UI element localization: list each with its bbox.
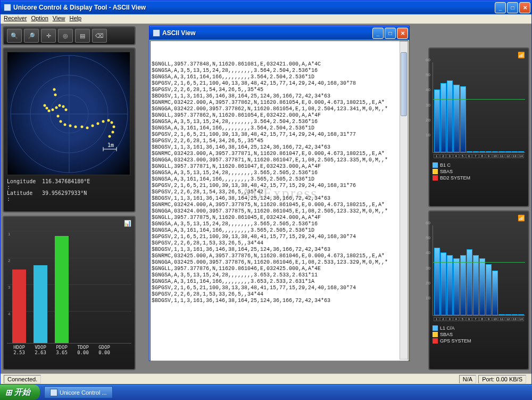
dop-bar <box>55 236 69 343</box>
svg-point-17 <box>74 126 77 128</box>
close-button[interactable]: ✕ <box>519 2 530 13</box>
svg-point-6 <box>46 107 48 110</box>
ascii-minimize-button[interactable]: _ <box>372 28 384 39</box>
signal-bar <box>512 151 518 152</box>
taskbar: ⊞ 开始 Unicore Control ... <box>0 385 532 400</box>
minimize-button[interactable]: _ <box>495 2 506 13</box>
svg-point-24 <box>111 121 113 124</box>
prn-label: 4 <box>453 317 459 321</box>
dop-label: TDOP0.00 <box>76 345 90 355</box>
svg-point-8 <box>52 109 54 111</box>
zoom-out-icon[interactable]: 🔎 <box>24 29 39 43</box>
svg-point-26 <box>112 131 114 134</box>
status-connected: Connected. <box>4 375 41 383</box>
svg-point-5 <box>44 104 46 107</box>
dop-label: VDOP2.63 <box>34 345 47 355</box>
signal-chart-bd2: 102030405060 <box>433 62 525 153</box>
prn-label: 9 <box>486 317 492 321</box>
ascii-titlebar[interactable]: ASCII View _ □ ✕ <box>149 26 409 40</box>
scrollbar-thumb[interactable] <box>401 52 407 116</box>
prn-label: 6 <box>466 154 472 158</box>
prn-label: 12 <box>505 154 511 158</box>
svg-point-13 <box>57 115 60 118</box>
legend-item: B1 C <box>433 162 525 168</box>
ascii-maximize-button[interactable]: □ <box>385 28 396 39</box>
ascii-close-button[interactable]: ✕ <box>397 28 408 39</box>
scale-label: 1m <box>107 142 114 148</box>
signal-bar <box>467 249 472 315</box>
svg-point-28 <box>54 94 57 96</box>
status-port: Port: 0.00 KB/S <box>478 375 526 383</box>
dop-label: HDOP2.53 <box>12 345 26 355</box>
prn-label: 8 <box>479 317 485 321</box>
legend-item: GPS SYSTEM <box>433 338 525 344</box>
svg-point-18 <box>81 126 84 128</box>
list-icon[interactable]: ▤ <box>75 29 90 43</box>
svg-point-29 <box>53 88 56 91</box>
svg-point-15 <box>64 124 66 126</box>
signal-bar <box>447 255 453 315</box>
signal-bar <box>498 151 504 152</box>
zoom-in-icon[interactable]: 🔍 <box>7 29 22 43</box>
signal-panel-gps: 📶 102030405060 1234567891011121314 L1 C/… <box>428 210 529 370</box>
signal-bar <box>460 86 466 152</box>
prn-label: 14 <box>518 154 524 158</box>
svg-point-25 <box>113 126 115 128</box>
chart-icon: 📶 <box>518 215 525 222</box>
signal-bar <box>434 248 440 315</box>
signal-bar <box>512 314 518 315</box>
prn-label: 8 <box>479 154 485 158</box>
signal-chart-gps: 102030405060 <box>433 225 525 316</box>
signal-bar <box>467 151 472 152</box>
prn-label: 7 <box>472 317 478 321</box>
menu-view[interactable]: View <box>53 15 65 23</box>
signal-bar <box>492 151 498 152</box>
start-button[interactable]: ⊞ 开始 <box>0 385 40 400</box>
statusbar: Connected. N/A Port: 0.00 KB/S <box>1 373 531 384</box>
signal-bar <box>453 258 459 315</box>
dop-chart: 4321 <box>7 232 131 344</box>
dop-label: PDOP3.65 <box>55 345 69 355</box>
prn-label: 1 <box>434 317 439 321</box>
prn-label: 5 <box>460 154 466 158</box>
signal-bar <box>492 271 498 316</box>
target-icon[interactable]: ◎ <box>58 29 73 43</box>
skyplot-panel: 1m Longitude :116.347684180°E Latitude :… <box>3 47 136 213</box>
signal-bar <box>440 83 446 152</box>
prn-label: 10 <box>492 317 498 321</box>
main-titlebar[interactable]: Unicore Control & Display Tool - ASCII V… <box>1 1 531 14</box>
signal-bar <box>479 151 485 152</box>
prn-label: 2 <box>440 154 446 158</box>
longitude-value: 116.347684180°E <box>42 178 90 190</box>
ascii-text-area[interactable]: AliExpress $GNGLL,3957.377848,N,11620.86… <box>150 40 409 361</box>
menu-help[interactable]: Help <box>69 15 81 23</box>
svg-point-23 <box>107 119 110 122</box>
taskbar-app-button[interactable]: Unicore Control ... <box>44 386 113 398</box>
signal-bar <box>447 80 453 152</box>
prn-label: 4 <box>453 154 459 158</box>
latitude-label: Latitude : <box>7 190 39 202</box>
scrollbar[interactable] <box>400 41 408 360</box>
prn-label: 5 <box>460 317 466 321</box>
svg-point-11 <box>62 105 65 108</box>
ascii-window: ASCII View _ □ ✕ AliExpress $GNGLL,3957.… <box>149 26 410 361</box>
legend-item: SBAS <box>433 169 525 174</box>
legend-item: BD2 SYSTEM <box>433 175 525 181</box>
windows-logo-icon: ⊞ <box>5 388 12 397</box>
maximize-button[interactable]: □ <box>507 2 518 13</box>
clear-icon[interactable]: ⌫ <box>92 29 107 43</box>
signal-bar <box>453 85 459 152</box>
dop-bar <box>12 270 26 343</box>
svg-point-14 <box>60 120 62 123</box>
signal-bar <box>518 151 524 152</box>
svg-point-10 <box>59 104 61 107</box>
signal-bar <box>486 151 492 152</box>
prn-label: 6 <box>466 317 472 321</box>
prn-label: 14 <box>518 317 524 321</box>
center-icon[interactable]: ✛ <box>41 29 56 43</box>
prn-label: 12 <box>505 317 511 321</box>
menu-option[interactable]: Option <box>31 15 48 23</box>
menu-receiver[interactable]: Receiver <box>4 15 27 23</box>
skyplot[interactable]: 1m <box>7 52 130 175</box>
svg-point-16 <box>69 125 72 127</box>
